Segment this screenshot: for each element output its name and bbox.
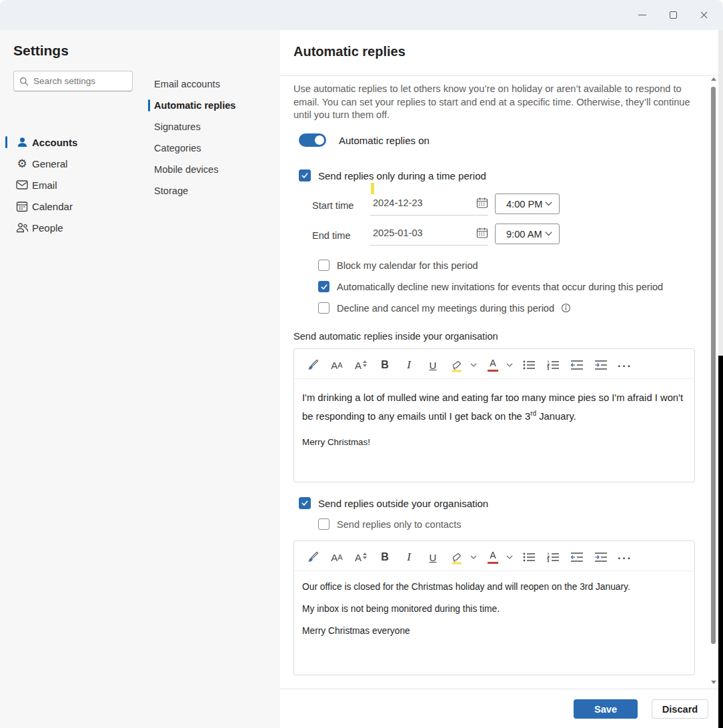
maximize-button[interactable] xyxy=(658,0,688,30)
section-item-automatic-replies[interactable]: Automatic replies xyxy=(154,95,267,116)
time-period-label: Send replies only during a time period xyxy=(318,170,486,181)
numbered-list-icon[interactable] xyxy=(546,550,560,565)
outside-reply-text[interactable]: Our office is closed for the Christmas h… xyxy=(294,571,694,636)
description-text: Use automatic replies to let others know… xyxy=(293,83,699,122)
end-time-label: End time xyxy=(312,230,351,241)
scrollbar-up-arrow[interactable] xyxy=(711,77,716,81)
close-icon xyxy=(700,11,708,19)
indent-icon[interactable] xyxy=(594,550,608,565)
header-divider xyxy=(280,75,718,76)
check-icon xyxy=(320,283,328,291)
highlight-icon[interactable] xyxy=(450,358,464,372)
inside-organisation-label: Send automatic replies inside your organ… xyxy=(293,331,498,342)
contacts-only-checkbox[interactable] xyxy=(318,518,329,530)
font-size-icon[interactable]: A xyxy=(353,550,368,565)
chevron-down-icon[interactable] xyxy=(470,358,478,372)
format-painter-icon[interactable] xyxy=(305,358,320,372)
underline-icon[interactable]: U xyxy=(426,550,440,565)
toggle-knob xyxy=(315,135,324,145)
sidebar-item-email[interactable]: Email xyxy=(0,174,147,196)
sidebar-item-label: People xyxy=(32,222,63,234)
maximize-icon xyxy=(670,11,677,19)
bold-icon[interactable]: B xyxy=(378,550,392,565)
calendar-picker-icon[interactable] xyxy=(476,227,488,239)
font-color-icon[interactable]: A xyxy=(486,358,500,372)
end-date-field[interactable]: 2025-01-03 xyxy=(370,227,488,246)
sidebar-item-general[interactable]: ⚙ General xyxy=(0,153,147,174)
sidebar-item-calendar[interactable]: Calendar xyxy=(0,196,147,217)
decline-invitations-label: Automatically decline new invitations fo… xyxy=(337,282,663,292)
font-color-icon[interactable]: A xyxy=(486,550,500,565)
person-icon xyxy=(15,135,29,149)
check-icon xyxy=(301,499,309,507)
search-settings-box[interactable] xyxy=(13,71,133,91)
automatic-replies-panel: Automatic replies Use automatic replies … xyxy=(280,30,718,728)
automatic-replies-toggle[interactable] xyxy=(299,133,326,147)
indent-icon[interactable] xyxy=(594,358,608,372)
decline-cancel-meetings-checkbox[interactable] xyxy=(318,302,329,314)
bullet-list-icon[interactable] xyxy=(522,358,536,372)
section-item-categories[interactable]: Categories xyxy=(154,137,267,159)
page-title: Automatic replies xyxy=(293,44,406,59)
time-period-checkbox[interactable] xyxy=(299,169,311,181)
formatting-toolbar: AA A B I U A ··· xyxy=(294,541,694,571)
outside-organisation-label: Send replies outside your organisation xyxy=(318,498,488,509)
sidebar-item-label: Accounts xyxy=(32,137,77,148)
outdent-icon[interactable] xyxy=(570,550,584,565)
start-date-field[interactable]: 2024-12-23 xyxy=(370,197,488,216)
section-item-mobile-devices[interactable]: Mobile devices xyxy=(154,159,267,180)
font-icon[interactable]: AA xyxy=(329,550,344,565)
section-item-email-accounts[interactable]: Email accounts xyxy=(154,73,267,95)
bullet-list-icon[interactable] xyxy=(522,550,536,565)
window-edge-strip xyxy=(718,30,723,356)
highlight-cursor-artifact xyxy=(371,183,374,194)
section-item-storage[interactable]: Storage xyxy=(154,180,267,202)
inside-reply-editor: AA A B I U A ··· I' xyxy=(293,348,695,482)
outside-organisation-checkbox[interactable] xyxy=(299,497,311,509)
selection-bar xyxy=(5,136,7,148)
calendar-icon xyxy=(15,200,29,213)
sidebar-item-label: Email xyxy=(32,179,57,191)
more-icon[interactable]: ··· xyxy=(618,550,632,565)
chevron-down-icon xyxy=(545,202,552,206)
font-icon[interactable]: AA xyxy=(329,358,344,372)
format-painter-icon[interactable] xyxy=(305,550,320,565)
chevron-down-icon[interactable] xyxy=(506,358,514,372)
chevron-down-icon[interactable] xyxy=(470,550,478,565)
section-item-signatures[interactable]: Signatures xyxy=(154,116,267,137)
start-time-select[interactable]: 4:00 PM xyxy=(495,194,560,214)
numbered-list-icon[interactable] xyxy=(546,358,560,372)
chevron-down-icon xyxy=(545,232,552,236)
font-size-icon[interactable]: A xyxy=(353,358,368,372)
highlight-icon[interactable] xyxy=(450,550,464,565)
search-settings-input[interactable] xyxy=(33,76,127,86)
scrollbar-thumb[interactable] xyxy=(711,87,716,644)
screen-background-strip xyxy=(718,356,723,728)
decline-invitations-checkbox[interactable] xyxy=(318,281,329,292)
sidebar-item-accounts[interactable]: Accounts xyxy=(0,131,147,153)
close-button[interactable] xyxy=(688,0,719,30)
more-icon[interactable]: ··· xyxy=(618,358,632,372)
outdent-icon[interactable] xyxy=(570,358,584,372)
italic-icon[interactable]: I xyxy=(402,358,416,372)
settings-sidebar: Settings Accounts ⚙ General Email Calend… xyxy=(0,30,280,728)
check-icon xyxy=(301,171,309,179)
italic-icon[interactable]: I xyxy=(402,550,416,565)
mail-icon xyxy=(15,178,29,192)
underline-icon[interactable]: U xyxy=(426,358,440,372)
sidebar-item-label: General xyxy=(32,158,67,169)
block-calendar-label: Block my calendar for this period xyxy=(337,260,478,271)
minimize-button[interactable] xyxy=(627,0,658,30)
block-calendar-checkbox[interactable] xyxy=(318,260,329,271)
bold-icon[interactable]: B xyxy=(378,358,392,372)
inside-reply-text[interactable]: I'm drinking a lot of mulled wine and ea… xyxy=(294,379,694,447)
chevron-down-icon[interactable] xyxy=(506,550,514,565)
outside-reply-editor: AA A B I U A ··· Ou xyxy=(293,540,695,675)
save-button[interactable]: Save xyxy=(574,699,638,719)
scrollbar-down-arrow[interactable] xyxy=(711,681,716,684)
calendar-picker-icon[interactable] xyxy=(476,197,488,209)
info-icon[interactable] xyxy=(561,303,571,313)
end-time-select[interactable]: 9:00 AM xyxy=(495,224,560,244)
sidebar-item-people[interactable]: People xyxy=(0,217,147,238)
discard-button[interactable]: Discard xyxy=(652,699,708,719)
